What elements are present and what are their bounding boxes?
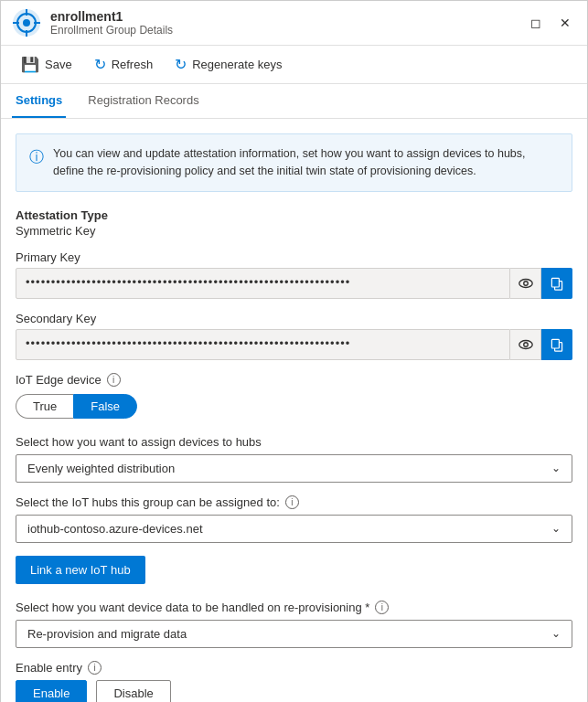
regenerate-label: Regenerate keys xyxy=(192,58,282,71)
refresh-label: Refresh xyxy=(112,58,154,71)
secondary-key-copy-button[interactable] xyxy=(541,329,572,360)
refresh-button[interactable]: ↻ Refresh xyxy=(85,51,163,78)
reprovisioning-dropdown[interactable]: Re-provision and migrate data ⌄ xyxy=(16,620,572,648)
eye-icon xyxy=(518,275,534,292)
close-button[interactable]: ✕ xyxy=(554,14,576,32)
iot-hubs-dropdown-value: iothub-contoso.azure-devices.net xyxy=(27,522,203,536)
minimize-button[interactable]: ◻ xyxy=(525,14,547,32)
save-button[interactable]: 💾 Save xyxy=(12,51,81,78)
attestation-type-value: Symmetric Key xyxy=(16,224,572,238)
iot-hubs-dropdown-label: Select the IoT hubs this group can be as… xyxy=(16,495,572,509)
reprovisioning-dropdown-value: Re-provision and migrate data xyxy=(27,627,187,641)
link-hub-button[interactable]: Link a new IoT hub xyxy=(16,556,145,584)
svg-point-2 xyxy=(23,19,30,27)
disable-button[interactable]: Disable xyxy=(96,680,170,703)
regenerate-icon: ↻ xyxy=(175,56,187,73)
primary-key-show-button[interactable] xyxy=(510,268,541,299)
secondary-key-label: Secondary Key xyxy=(16,312,572,325)
window-controls: ◻ ✕ xyxy=(525,14,576,32)
window-subtitle: Enrollment Group Details xyxy=(50,24,525,37)
svg-rect-14 xyxy=(551,339,559,348)
primary-key-input: ••••••••••••••••••••••••••••••••••••••••… xyxy=(16,268,510,299)
save-icon: 💾 xyxy=(21,56,39,73)
svg-rect-10 xyxy=(551,278,559,287)
iot-edge-true-button[interactable]: True xyxy=(16,394,73,419)
eye-icon xyxy=(518,336,534,353)
iot-hubs-dropdown-arrow-icon: ⌄ xyxy=(551,522,561,535)
reprovisioning-dropdown-label: Select how you want device data to be ha… xyxy=(16,601,572,614)
svg-point-7 xyxy=(519,279,531,287)
secondary-key-field: ••••••••••••••••••••••••••••••••••••••••… xyxy=(16,329,572,360)
iot-hubs-dropdown[interactable]: iothub-contoso.azure-devices.net ⌄ xyxy=(16,515,572,543)
iot-edge-label: IoT Edge device i xyxy=(16,373,572,387)
primary-key-label: Primary Key xyxy=(16,250,572,264)
iot-edge-toggle-group: True False xyxy=(16,394,572,419)
assign-dropdown[interactable]: Evenly weighted distribution ⌄ xyxy=(16,454,572,483)
tab-bar: Settings Registration Records xyxy=(1,84,587,119)
iot-edge-info-badge[interactable]: i xyxy=(107,373,121,387)
secondary-key-input: ••••••••••••••••••••••••••••••••••••••••… xyxy=(16,329,510,360)
assign-dropdown-value: Evenly weighted distribution xyxy=(27,462,175,475)
enable-button[interactable]: Enable xyxy=(16,680,87,703)
tab-settings[interactable]: Settings xyxy=(12,84,66,118)
regenerate-keys-button[interactable]: ↻ Regenerate keys xyxy=(166,51,291,78)
assign-dropdown-arrow-icon: ⌄ xyxy=(551,462,561,474)
content-area: ⓘ You can view and update attestation in… xyxy=(1,119,587,702)
attestation-type-label: Attestation Type xyxy=(16,208,572,222)
app-icon xyxy=(12,8,41,37)
save-label: Save xyxy=(45,58,72,71)
secondary-key-show-button[interactable] xyxy=(510,329,541,360)
iot-hubs-info-badge[interactable]: i xyxy=(285,495,299,509)
svg-point-8 xyxy=(523,281,528,285)
primary-key-field: ••••••••••••••••••••••••••••••••••••••••… xyxy=(16,268,572,299)
info-icon: ⓘ xyxy=(29,146,44,168)
enable-entry-info-badge[interactable]: i xyxy=(88,661,102,675)
enable-entry-label: Enable entry i xyxy=(16,661,572,675)
window-title-text: enrollment1 Enrollment Group Details xyxy=(50,9,525,37)
copy-icon xyxy=(550,276,564,291)
toolbar: 💾 Save ↻ Refresh ↻ Regenerate keys xyxy=(1,46,587,84)
svg-point-11 xyxy=(519,340,531,348)
window-title: enrollment1 xyxy=(50,9,525,24)
info-banner-text: You can view and update attestation info… xyxy=(53,145,559,180)
reprovisioning-info-badge[interactable]: i xyxy=(375,601,389,614)
refresh-icon: ↻ xyxy=(94,56,106,73)
enable-entry-group: Enable Disable xyxy=(16,680,572,703)
info-banner: ⓘ You can view and update attestation in… xyxy=(16,133,572,192)
copy-icon xyxy=(550,337,564,352)
primary-key-copy-button[interactable] xyxy=(541,268,572,299)
reprovisioning-dropdown-arrow-icon: ⌄ xyxy=(551,627,561,640)
title-bar: enrollment1 Enrollment Group Details ◻ ✕ xyxy=(1,1,587,46)
svg-point-12 xyxy=(523,342,528,346)
iot-edge-false-button[interactable]: False xyxy=(73,394,137,419)
assign-dropdown-label: Select how you want to assign devices to… xyxy=(16,435,572,449)
tab-registration-records[interactable]: Registration Records xyxy=(84,84,202,118)
